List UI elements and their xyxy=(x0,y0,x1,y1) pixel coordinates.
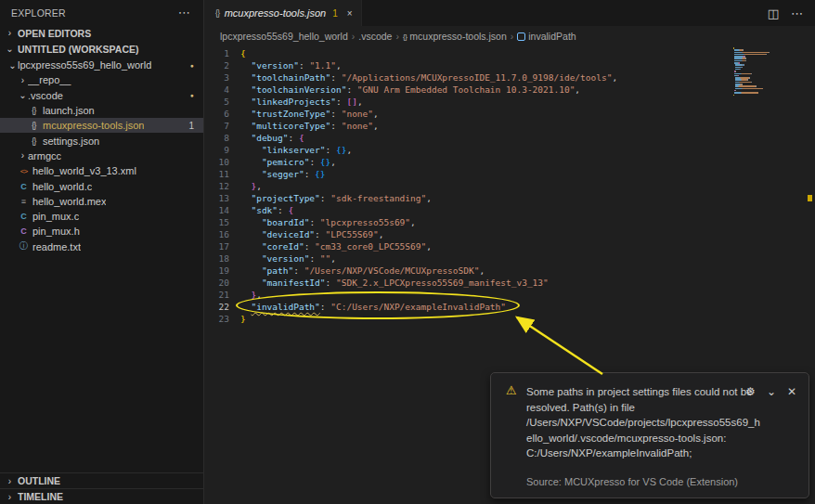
code-line-15[interactable]: 15 "boardId": "lpcxpresso55s69", xyxy=(205,216,815,228)
tree-item-launch.json[interactable]: {}launch.json xyxy=(0,103,203,118)
breadcrumb-.vscode[interactable]: .vscode xyxy=(358,31,392,42)
tree-item-pin_mux.h[interactable]: Cpin_mux.h xyxy=(0,224,203,239)
json-file-icon: {} xyxy=(403,32,407,41)
minimap-line xyxy=(733,52,773,54)
minimap-line xyxy=(733,54,773,56)
code-line-5[interactable]: 5 "linkedProjects": [], xyxy=(205,96,815,108)
breadcrumb-label: lpcxpresso55s69_hello_world xyxy=(220,31,348,42)
line-number: 12 xyxy=(205,180,229,192)
tree-item-lpcxpresso55s69_hello_world[interactable]: ⌄lpcxpresso55s69_hello_world● xyxy=(0,58,203,72)
minimap[interactable] xyxy=(733,47,773,97)
code-line-text: "path": "/Users/NXP/VSCode/MCUXpressoSDK… xyxy=(240,265,485,277)
code-line-10[interactable]: 10 "pemicro": {}, xyxy=(205,156,815,168)
code-line-text: "version": "1.1", xyxy=(240,59,342,71)
minimap-line xyxy=(733,60,773,62)
code-line-4[interactable]: 4 "toolchainVersion": "GNU Arm Embedded … xyxy=(205,84,815,96)
gear-icon[interactable]: ⚙ xyxy=(745,385,756,398)
code-line-20[interactable]: 20 "manifestId": "SDK_2.x_LPCXpresso55S6… xyxy=(205,277,815,289)
line-number: 16 xyxy=(205,228,229,240)
code-editor[interactable]: 1{2 "version": "1.1",3 "toolchainPath": … xyxy=(205,47,815,325)
minimap-line xyxy=(733,49,773,51)
tree-item-mcuxpresso-tools.json[interactable]: {}mcuxpresso-tools.json1 xyxy=(0,118,203,133)
code-line-6[interactable]: 6 "trustZoneType": "none", xyxy=(205,108,815,120)
tree-item-pin_mux.c[interactable]: Cpin_mux.c xyxy=(0,209,203,224)
chevron-down-icon: ⌄ xyxy=(7,60,18,71)
breadcrumb-label: invalidPath xyxy=(528,31,576,42)
code-line-text: "linkedProjects": [], xyxy=(240,96,363,108)
warning-icon: ⚠ xyxy=(506,383,517,397)
tree-item-label: hello_world.mex xyxy=(32,196,106,207)
chevron-down-icon: ⌄ xyxy=(18,90,28,100)
json-file-icon: {} xyxy=(28,136,40,146)
code-line-text: { xyxy=(240,47,246,59)
code-line-9[interactable]: 9 "linkserver": {}, xyxy=(205,144,815,156)
code-line-21[interactable]: 21 }, xyxy=(205,289,815,301)
code-line-18[interactable]: 18 "version": "", xyxy=(205,252,815,265)
split-editor-icon[interactable]: ◫ xyxy=(768,6,779,20)
code-line-2[interactable]: 2 "version": "1.1", xyxy=(205,59,815,71)
minimap-line xyxy=(733,69,773,71)
code-line-3[interactable]: 3 "toolchainPath": "/Applications/MCUXpr… xyxy=(205,71,815,84)
code-line-22[interactable]: 22 "invalidPath": "C:/Users/NXP/exampleI… xyxy=(205,301,815,313)
outline-section[interactable]: › OUTLINE xyxy=(0,472,203,488)
minimap-line xyxy=(733,85,773,87)
json-file-icon: {} xyxy=(28,121,40,130)
line-number: 18 xyxy=(205,252,229,265)
code-line-7[interactable]: 7 "multicoreType": "none", xyxy=(205,120,815,132)
code-line-13[interactable]: 13 "projectType": "sdk-freestanding", xyxy=(205,192,815,204)
code-line-14[interactable]: 14 "sdk": { xyxy=(205,204,815,216)
line-number: 23 xyxy=(205,313,229,325)
tab-mcuxpresso-tools-json[interactable]: {} mcuxpresso-tools.json 1 × xyxy=(205,0,362,26)
code-line-8[interactable]: 8 "debug": { xyxy=(205,132,815,144)
code-line-16[interactable]: 16 "deviceId": "LPC55S69", xyxy=(205,228,815,240)
breadcrumb-lpcxpresso55s69_hello_world[interactable]: lpcxpresso55s69_hello_world xyxy=(220,31,348,42)
code-line-text: "pemicro": {}, xyxy=(240,156,336,168)
code-line-text: "coreId": "cm33_core0_LPC55S69", xyxy=(240,240,432,252)
tree-item-readme.txt[interactable]: ⓘreadme.txt xyxy=(0,239,203,254)
minimap-line xyxy=(733,67,773,69)
notification-actions: ⚙ ⌄ ✕ xyxy=(745,385,796,398)
tree-item-settings.json[interactable]: {}settings.json xyxy=(0,133,203,148)
minimap-line xyxy=(733,75,773,77)
chevron-right-icon: › xyxy=(5,492,15,502)
code-line-text: "toolchainVersion": "GNU Arm Embedded To… xyxy=(240,84,580,96)
editor-more-actions-icon[interactable]: ⋯ xyxy=(791,6,803,20)
tab-problems-badge: 1 xyxy=(332,8,338,19)
tree-item-hello_world.mex[interactable]: ≡hello_world.mex xyxy=(0,194,203,209)
breadcrumb-mcuxpresso-tools.json[interactable]: {}mcuxpresso-tools.json xyxy=(403,31,507,42)
tree-item-label: readme.txt xyxy=(32,241,81,252)
tree-item-armgcc[interactable]: ›armgcc xyxy=(0,149,203,163)
breadcrumb-separator: › xyxy=(511,31,514,42)
code-line-text: "trustZoneType": "none", xyxy=(240,108,379,120)
code-line-17[interactable]: 17 "coreId": "cm33_core0_LPC55S69", xyxy=(205,240,815,252)
tab-bar: {} mcuxpresso-tools.json 1 × ◫ ⋯ xyxy=(205,0,815,26)
code-line-1[interactable]: 1{ xyxy=(205,47,815,59)
workspace-section[interactable]: ⌄ UNTITLED (WORKSPACE) xyxy=(0,41,203,57)
line-number: 11 xyxy=(205,168,229,180)
tree-item-hello_world.c[interactable]: Chello_world.c xyxy=(0,178,203,193)
tree-item-label: hello_world_v3_13.xml xyxy=(32,165,136,176)
more-actions-icon[interactable]: ⋯ xyxy=(178,6,190,19)
code-line-19[interactable]: 19 "path": "/Users/NXP/VSCode/MCUXpresso… xyxy=(205,265,815,277)
mex-file-icon: ≡ xyxy=(18,197,30,206)
code-line-23[interactable]: 23} xyxy=(205,313,815,325)
line-number: 6 xyxy=(205,108,229,120)
code-line-12[interactable]: 12 }, xyxy=(205,180,815,192)
tree-item-label: mcuxpresso-tools.json xyxy=(43,120,144,131)
open-editors-section[interactable]: › OPEN EDITORS xyxy=(0,25,203,41)
timeline-label: TIMELINE xyxy=(18,491,63,502)
line-number: 19 xyxy=(205,265,229,277)
close-icon[interactable]: ✕ xyxy=(787,385,796,398)
chevron-down-icon[interactable]: ⌄ xyxy=(767,385,776,398)
tree-item-hello_world_v3_13.xml[interactable]: <>hello_world_v3_13.xml xyxy=(0,163,203,178)
code-line-11[interactable]: 11 "segger": {} xyxy=(205,168,815,180)
breadcrumb-invalidPath[interactable]: invalidPath xyxy=(517,31,576,42)
code-line-text: "manifestId": "SDK_2.x_LPCXpresso55S69_m… xyxy=(240,277,549,289)
tree-item-.vscode[interactable]: ⌄.vscode● xyxy=(0,88,203,103)
tree-item-label: armgcc xyxy=(28,150,61,162)
txt-file-icon: ⓘ xyxy=(18,240,30,252)
c-file-icon: C xyxy=(18,182,30,191)
close-tab-icon[interactable]: × xyxy=(347,8,353,19)
tree-item-__repo__[interactable]: ›__repo__ xyxy=(0,72,203,87)
timeline-section[interactable]: › TIMELINE xyxy=(0,488,203,504)
